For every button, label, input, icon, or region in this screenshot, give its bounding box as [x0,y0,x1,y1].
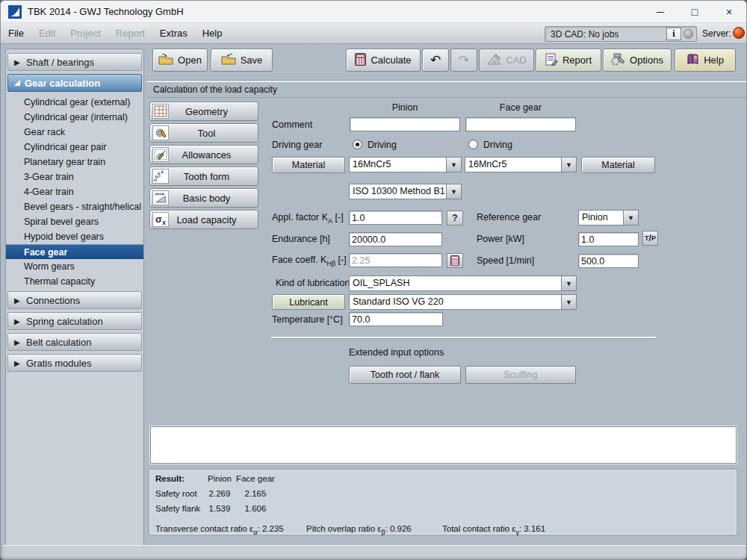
comment-label: Comment [272,119,312,130]
title-bar: TBK 2014 - GWJ Technology GmbH ─ □ × [1,1,746,23]
face-coefficient-calculator-button[interactable] [447,253,463,268]
menu-extras[interactable]: Extras [152,25,195,42]
sidebar-item-4-gear-train[interactable]: 4-Gear train [6,184,143,199]
comment-facegear-input[interactable] [465,117,576,131]
lubricant-dropdown[interactable]: Standard ISO VG 220 ▼ [349,294,577,310]
sidebar-section-gear-calculation[interactable]: Gear calculation [7,74,142,92]
sidebar-section-shaft-bearings[interactable]: ▶ Shaft / bearings [7,53,142,71]
sidebar-section-belt-calculation[interactable]: ▶ Belt calculation [7,333,142,351]
collapsed-arrow-icon: ▶ [14,338,22,346]
redo-icon: ↷ [459,54,469,66]
separator-line [271,337,656,338]
chevron-down-icon[interactable]: ▼ [446,184,461,199]
face-coefficient-input [349,253,442,267]
cad-status-indicator [684,29,693,39]
endurance-input[interactable] [349,232,442,246]
driving-gear-label: Driving gear [272,140,322,150]
sidebar-item-planetary-gear-train[interactable]: Planetary gear train [6,155,143,169]
minimize-button[interactable]: ─ [643,1,678,23]
report-button[interactable]: Report [536,49,601,72]
scuffing-button: Scuffing [465,366,576,384]
cad-icon [486,53,501,67]
menu-report: Report [108,25,152,42]
sidebar-item-cylindrical-gear-pair[interactable]: Cylindrical gear pair [6,140,143,155]
sidebar-item-cylindrical-gear-external[interactable]: Cylindrical gear (external) [6,95,143,110]
chevron-down-icon[interactable]: ▼ [561,295,576,309]
collapsed-arrow-icon: ▶ [14,317,22,326]
info-button[interactable]: i [666,28,681,40]
load-capacity-sigma-icon: σx [152,212,169,227]
safety-root-row: Safety root 2.269 2.165 [155,489,275,498]
sidebar-item-cylindrical-gear-internal[interactable]: Cylindrical gear (internal) [6,110,143,125]
options-button[interactable]: Options [603,49,672,72]
extended-options-title: Extended input options [349,347,444,358]
save-button[interactable]: Save [211,49,273,72]
result-panel: Result: Pinion Face gear Safety root 2.2… [149,469,737,535]
basic-body-button[interactable]: Basic body [149,188,258,208]
tooth-form-button[interactable]: Tooth form [149,167,258,186]
window-title: TBK 2014 - GWJ Technology GmbH [28,6,184,17]
driving-pinion-radio[interactable] [353,140,362,149]
chevron-down-icon[interactable]: ▼ [561,276,576,290]
collapsed-arrow-icon: ▶ [14,58,22,66]
sidebar-section-connections[interactable]: ▶ Connections [7,291,142,309]
sidebar-section-gratis-modules[interactable]: ▶ Gratis modules [7,354,142,372]
material-pinion-button[interactable]: Material [272,157,345,173]
power-input[interactable] [578,232,639,246]
sidebar-item-face-gear[interactable]: Face gear [6,244,143,259]
application-factor-input[interactable] [349,211,442,225]
sidebar-item-worm-gears[interactable]: Worm gears [6,259,143,274]
sidebar-item-gear-rack[interactable]: Gear rack [6,125,143,140]
tool-gear-icon [152,125,169,140]
report-document-icon [545,53,558,68]
close-button[interactable]: × [712,1,746,23]
transverse-contact-ratio: Transverse contact ratio εα: 2.235 [155,524,284,536]
maximize-button[interactable]: □ [678,1,712,23]
menu-file[interactable]: File [1,25,31,42]
undo-button[interactable]: ↶ [422,49,449,72]
torque-power-toggle-button[interactable]: T/P [642,231,658,246]
lubrication-dropdown[interactable]: OIL_SPLASH ▼ [349,276,577,291]
material-facegear-button[interactable]: Material [581,157,655,173]
chevron-down-icon[interactable]: ▼ [623,211,638,225]
sidebar-item-spiral-bevel-gears[interactable]: Spiral bevel gears [6,214,143,229]
menu-help[interactable]: Help [195,25,230,42]
sidebar-section-spring-calculation[interactable]: ▶ Spring calculation [7,312,142,330]
material-facegear-dropdown[interactable]: 16MnCr5 ▼ [465,157,577,172]
sidebar-item-3-gear-train[interactable]: 3-Gear train [6,169,143,184]
calculation-method-dropdown[interactable]: ISO 10300 Method B1 ▼ [349,184,462,199]
tool-button[interactable]: Tool [149,123,258,143]
open-folder-icon [158,53,173,67]
face-gear-column-header: Face gear [465,102,576,113]
tooth-root-flank-button[interactable]: Tooth root / flank [349,366,461,384]
cad-button: CAD [479,49,534,72]
menu-edit: Edit [31,25,63,42]
geometry-button[interactable]: Geometry [149,102,258,121]
reference-gear-dropdown[interactable]: Pinion ▼ [578,210,639,225]
options-tools-icon [611,53,625,68]
chevron-down-icon[interactable]: ▼ [561,158,576,172]
sidebar-item-thermal-capacity[interactable]: Thermal capacity [6,274,143,289]
temperature-input[interactable] [349,312,443,326]
app-logo-icon [8,5,22,19]
comment-pinion-input[interactable] [350,117,460,131]
load-capacity-button[interactable]: σx Load capacity [149,210,258,229]
material-pinion-dropdown[interactable]: 16MnCr5 ▼ [349,157,462,172]
allowances-button[interactable]: Allowances [149,145,258,164]
help-button[interactable]: Help [675,49,736,72]
calculate-button[interactable]: Calculate [346,49,421,72]
server-label: Server: [702,28,731,39]
chevron-down-icon[interactable]: ▼ [446,158,461,172]
speed-input[interactable] [578,254,639,268]
sidebar-item-bevel-gears[interactable]: Bevel gears - straight/helical [6,199,143,214]
open-button[interactable]: Open [152,49,208,72]
menu-bar: File Edit Project Report Extras Help 3D … [1,23,746,44]
page-header: Calculation of the load capacity [147,80,747,98]
lubricant-button[interactable]: Lubricant [272,294,345,310]
collapsed-arrow-icon: ▶ [14,359,22,367]
driving-facegear-radio[interactable] [468,140,478,149]
application-factor-help-button[interactable]: ? [447,211,463,225]
sidebar: ▶ Shaft / bearings Gear calculation Cyli… [5,49,144,557]
sidebar-item-hypoid-bevel-gears[interactable]: Hypoid bevel gears [6,229,143,244]
collapsed-arrow-icon: ▶ [14,296,22,305]
